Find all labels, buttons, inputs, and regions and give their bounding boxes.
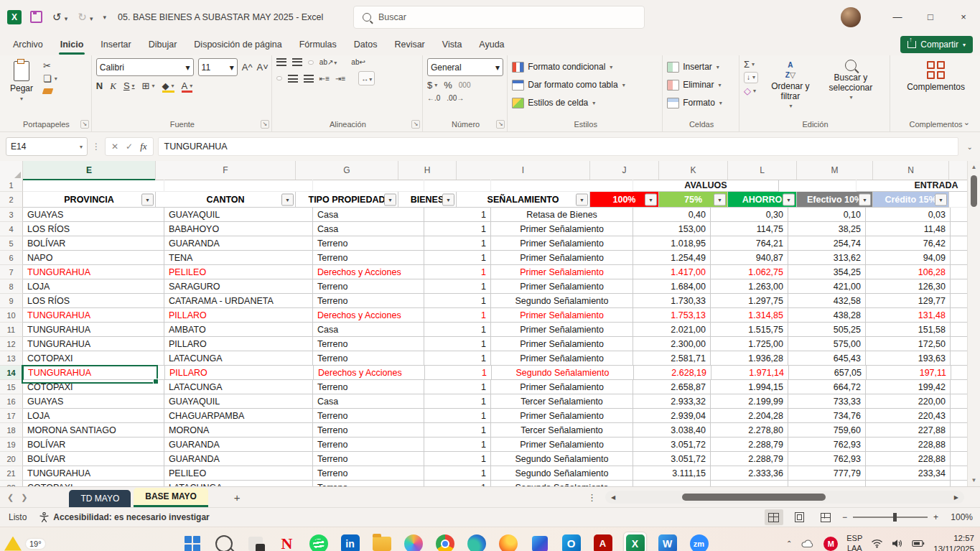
cell[interactable]: 664,72 [788,380,866,394]
accessibility-status[interactable]: Accesibilidad: es necesario investigar [39,512,209,522]
zoom-in-button[interactable]: + [933,512,938,522]
cell[interactable]: 228,88 [866,437,951,452]
cell[interactable]: Casa [313,323,424,337]
cell[interactable]: Segundo Señalamiento [491,452,633,466]
cell[interactable] [951,481,968,486]
cell[interactable]: TUNGURAHUA [24,366,165,380]
cell[interactable]: Terreno [313,481,424,486]
header-bienes[interactable]: BIENES▼ [398,192,457,208]
cell[interactable] [788,481,866,486]
percent-style-button[interactable]: % [444,80,452,90]
outlook-app[interactable]: O [560,532,582,551]
cell[interactable]: LOS RÍOS [23,222,164,236]
zoom-app[interactable]: zm [688,532,710,551]
column-header-G[interactable]: G [296,161,398,180]
header-100-[interactable]: 100%▼ [590,192,659,208]
cell[interactable]: Segundo Señalamiento [491,466,633,481]
bold-button[interactable]: N [96,81,103,91]
redo-button[interactable]: ↻ ▾ [78,11,93,22]
font-color-button[interactable]: A [182,81,193,91]
cell[interactable]: Primer Señalamiento [491,337,633,351]
cell[interactable]: COTOPAXI [23,481,164,486]
cell[interactable]: GUAYAS [23,394,164,409]
menu-tab-ayuda[interactable]: Ayuda [470,34,513,55]
filter-button[interactable]: ▼ [714,193,726,205]
cell[interactable]: 2.933,32 [633,394,711,409]
cell[interactable]: Tercer Señalamiento [491,394,633,409]
cell[interactable]: SARAGURO [164,279,313,294]
cell[interactable]: 438,28 [788,308,866,323]
cell[interactable]: 3.111,15 [633,466,711,481]
cell[interactable]: 106,28 [866,265,951,279]
word-app[interactable]: W [656,532,678,551]
row-header-11[interactable]: 11 [0,323,23,337]
cell[interactable]: PELILEO [164,265,313,279]
borders-button[interactable]: ⊞ [142,81,155,91]
cell[interactable]: 762,93 [788,437,866,452]
cell[interactable]: 0,40 [633,208,711,222]
row-header-3[interactable]: 3 [0,208,23,222]
menu-tab-f-rmulas[interactable]: Fórmulas [291,34,345,55]
align-left-button[interactable] [276,76,282,80]
filter-button[interactable]: ▼ [141,193,154,205]
cell[interactable]: 1 [424,251,491,265]
cell[interactable]: Terreno [313,452,424,466]
cell[interactable]: 197,11 [867,366,951,380]
cell[interactable]: 777,79 [788,466,866,481]
menu-tab-dibujar[interactable]: Dibujar [140,34,186,55]
vertical-scrollbar[interactable]: ▲ ▼ [967,161,980,486]
cell[interactable] [866,481,951,486]
undo-button[interactable]: ↺ ▾ [52,11,67,22]
cell[interactable]: 1 [424,222,491,236]
cell[interactable] [164,180,313,192]
find-select-button[interactable]: Buscar y seleccionar [823,58,879,117]
cell[interactable]: PILLARO [164,308,313,323]
user-avatar[interactable] [841,7,861,27]
cell[interactable]: GUARANDA [164,452,313,466]
cell[interactable]: 299,12 [951,380,968,394]
next-sheet-icon[interactable]: ❯ [21,493,34,502]
cell[interactable]: 343,32 [951,437,968,452]
cell[interactable]: BOLÍVAR [23,236,164,251]
grow-font-button[interactable]: A^ [242,62,253,72]
row-header-20[interactable]: 20 [0,452,23,466]
cell[interactable]: TENA [164,251,313,265]
cell[interactable]: 38,25 [788,222,866,236]
cell[interactable]: NAPO [23,251,164,265]
cell[interactable]: 2.278,80 [711,423,788,437]
delete-cells-button[interactable]: Eliminar [667,78,736,92]
fill-button[interactable]: ↓ [744,72,758,83]
cell[interactable]: Terreno [313,437,424,452]
format-painter-button[interactable] [43,87,57,94]
cell[interactable]: PELILEO [164,466,313,481]
cell[interactable]: 1 [424,308,491,323]
linkedin-app[interactable]: in [339,532,361,551]
scroll-right-icon[interactable]: ▶ [948,494,964,501]
align-top-icon[interactable] [276,58,286,66]
name-box[interactable]: E14▾ [6,137,88,156]
cell[interactable]: Segundo Señalamiento [491,481,633,486]
cell[interactable]: 330,00 [951,394,968,409]
excel-app[interactable]: X [623,532,647,551]
cell[interactable]: 153,00 [633,222,711,236]
cell[interactable]: 1 [424,423,491,437]
column-header-L[interactable]: L [728,161,797,180]
customize-qat-icon[interactable]: ▾ [103,14,107,21]
horizontal-scrollbar[interactable]: ◀ ▶ [605,491,964,504]
cell[interactable]: GUARANDA [164,236,313,251]
cell[interactable]: LOS RÍOS [23,294,164,308]
cell[interactable] [313,180,424,192]
cell[interactable] [711,481,788,486]
cell[interactable]: 2.199,99 [711,394,788,409]
cell[interactable]: 1 [424,437,491,452]
mega-icon[interactable]: M [823,537,838,551]
paste-button[interactable]: Pegar▾ [4,58,39,117]
cell[interactable]: 94,09 [866,251,951,265]
cell-styles-button[interactable]: Estilos de celda [512,96,659,110]
cell[interactable]: 227,36 [951,323,968,337]
row-header-5[interactable]: 5 [0,236,23,251]
cell[interactable]: 0,05 [951,208,968,222]
cell[interactable]: TUNGURAHUA [23,308,164,323]
cell[interactable]: Primer Señalamiento [491,251,633,265]
cell[interactable]: 1.417,00 [633,265,711,279]
